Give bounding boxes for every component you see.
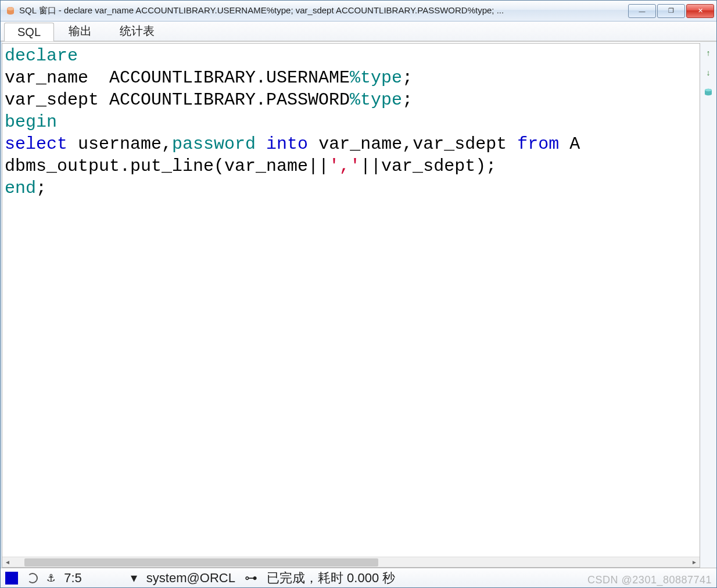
status-message: 已完成，耗时 0.000 秒 (264, 569, 397, 587)
app-window: SQL 窗口 - declare var_name ACCOUNTLIBRARY… (0, 0, 717, 588)
code-token: ; (402, 90, 413, 110)
refresh-icon (27, 573, 38, 583)
execute-button[interactable] (703, 87, 714, 98)
window-title: SQL 窗口 - declare var_name ACCOUNTLIBRARY… (19, 5, 625, 16)
code-token: begin (5, 112, 57, 132)
watermark: CSDN @2301_80887741 (587, 574, 712, 586)
code-token: dbms_output.put_line(var_name|| (5, 156, 329, 176)
tab-label: 输出 (69, 24, 92, 37)
code-token (256, 134, 266, 154)
scroll-left-icon[interactable]: ◄ (2, 558, 13, 567)
code-token: select (5, 134, 67, 154)
scroll-thumb[interactable] (24, 558, 378, 567)
code-token: ; (402, 68, 413, 88)
code-token: into (266, 134, 308, 154)
code-token: var_sdept ACCOUNTLIBRARY.PASSWORD (5, 90, 350, 110)
scroll-track[interactable] (23, 558, 679, 567)
anchor-icon: ⚓ (45, 570, 57, 586)
status-indicator (3, 572, 20, 585)
nav-down-button[interactable]: ↓ (703, 67, 714, 78)
editor-container: declare var_name ACCOUNTLIBRARY.USERNAME… (2, 43, 700, 568)
code-token: ; (36, 178, 46, 198)
maximize-button[interactable]: ❐ (657, 4, 685, 18)
code-token: ||var_sdept); (360, 156, 496, 176)
app-icon (5, 6, 16, 16)
connection-menu-icon[interactable]: ▾ (128, 571, 139, 586)
code-token: from (517, 134, 559, 154)
code-token: password (172, 134, 256, 154)
tab-label: 统计表 (120, 24, 155, 37)
tab-stats[interactable]: 统计表 (106, 20, 168, 41)
tab-output[interactable]: 输出 (55, 20, 105, 41)
close-icon: ✕ (698, 7, 703, 15)
code-token: A (559, 134, 580, 154)
minimize-button[interactable]: — (628, 4, 656, 18)
code-token: ',' (329, 156, 360, 176)
code-token: username, (67, 134, 172, 154)
nav-up-button[interactable]: ↑ (703, 48, 714, 58)
cursor-position: 7:5 (62, 571, 84, 586)
side-toolbar: ↑ ↓ (700, 42, 716, 568)
svg-point-1 (7, 7, 14, 10)
svg-point-3 (705, 89, 712, 91)
title-bar[interactable]: SQL 窗口 - declare var_name ACCOUNTLIBRARY… (1, 1, 716, 21)
minimize-icon: — (639, 8, 646, 15)
code-token: %type (350, 90, 402, 110)
execute-icon (704, 88, 713, 97)
tab-label: SQL (17, 26, 41, 38)
close-button[interactable]: ✕ (686, 4, 714, 18)
sql-editor[interactable]: declare var_name ACCOUNTLIBRARY.USERNAME… (2, 44, 700, 557)
status-bar: ⚓ 7:5 ▾ system@ORCL ⊶ 已完成，耗时 0.000 秒 CSD… (1, 568, 716, 587)
code-token: var_name,var_sdept (308, 134, 517, 154)
scroll-right-icon[interactable]: ► (689, 558, 700, 567)
connection-label: system@ORCL (144, 571, 238, 586)
tab-sql[interactable]: SQL (4, 23, 54, 41)
code-token: %type (350, 68, 402, 88)
maximize-icon: ❐ (668, 7, 674, 15)
tab-strip: SQL 输出 统计表 (1, 21, 716, 41)
status-color-icon (5, 572, 18, 585)
code-token: declare (5, 46, 78, 66)
status-refresh-button[interactable] (25, 573, 40, 583)
client-area: declare var_name ACCOUNTLIBRARY.USERNAME… (1, 41, 716, 568)
pin-icon[interactable]: ⊶ (242, 571, 260, 586)
window-controls: — ❐ ✕ (628, 4, 714, 18)
horizontal-scrollbar[interactable]: ◄ ► (2, 557, 700, 567)
code-token: var_name ACCOUNTLIBRARY.USERNAME (5, 68, 350, 88)
code-token: end (5, 178, 36, 198)
